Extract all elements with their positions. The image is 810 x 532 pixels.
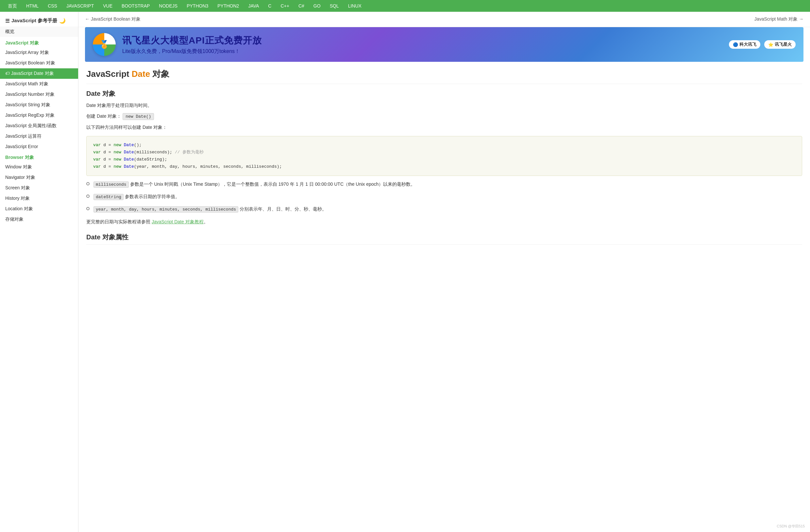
param-code: year, month, day, hours, minutes, second… xyxy=(94,206,238,212)
bullet-item: dateString 参数表示日期的字符串值。 xyxy=(86,193,802,201)
watermark: CSDN @华田515 xyxy=(777,524,805,529)
topnav-item-css[interactable]: CSS xyxy=(43,0,62,12)
topnav-item-javascript[interactable]: JAVASCRIPT xyxy=(62,0,98,12)
date-tutorial-link[interactable]: JavaScript Date 对象教程 xyxy=(152,219,204,224)
banner-brands: 🔵 科大讯飞 ⭐ 讯飞星火 xyxy=(729,40,796,49)
topnav-item-c#[interactable]: C# xyxy=(294,0,309,12)
sidebar-item-javascript-number-对象[interactable]: JavaScript Number 对象 xyxy=(0,89,78,100)
sidebar-title: ☰ JavaScript 参考手册 🌙 xyxy=(0,15,78,27)
brand-chip-spark: ⭐ 讯飞星火 xyxy=(764,40,796,49)
topnav-item-sql[interactable]: SQL xyxy=(325,0,343,12)
sidebar-item-javascript-regexp-对象[interactable]: JavaScript RegExp 对象 xyxy=(0,110,78,120)
main-layout: ☰ JavaScript 参考手册 🌙 概览 JavaScript 对象 Jav… xyxy=(0,12,810,532)
code-block: var d = new Date(); var d = new Date(mil… xyxy=(86,136,802,176)
code-line-4: var d = new Date(year, month, day, hours… xyxy=(93,163,795,171)
desc2-prefix: 创建 Date 对象： xyxy=(86,113,121,119)
bullet-dot xyxy=(86,195,90,198)
new-date-inline-code: new Date() xyxy=(123,113,154,120)
sidebar-section-browser-label: Browser 对象 xyxy=(0,151,78,162)
content-area: JavaScript Date 对象 Date 对象 Date 对象用于处理日期… xyxy=(79,62,810,251)
list-icon: ☰ xyxy=(5,18,10,24)
bullet-dot xyxy=(86,207,90,210)
topnav-item-linux[interactable]: LINUX xyxy=(343,0,366,12)
topnav-item-html[interactable]: HTML xyxy=(21,0,43,12)
sidebar-title-text: JavaScript 参考手册 xyxy=(12,18,57,24)
sidebar-item-javascript-math-对象[interactable]: JavaScript Math 对象 xyxy=(0,79,78,89)
page-title: JavaScript Date 对象 xyxy=(86,68,802,84)
page-nav-bar: ← JavaScript Boolean 对象 JavaScript Math … xyxy=(79,12,810,27)
desc1: Date 对象用于处理日期与时间。 xyxy=(86,101,802,110)
next-page-link[interactable]: JavaScript Math 对象 → xyxy=(755,16,804,22)
topnav-item-nodejs[interactable]: NODEJS xyxy=(154,0,182,12)
sidebar-item-location-对象[interactable]: Location 对象 xyxy=(0,204,78,214)
top-nav: 首页HTMLCSSJAVASCRIPTVUEBOOTSTRAPNODEJSPYT… xyxy=(0,0,810,12)
section2-title: Date 对象属性 xyxy=(86,233,802,245)
sidebar-item-window-对象[interactable]: Window 对象 xyxy=(0,162,78,172)
prev-page-link[interactable]: ← JavaScript Boolean 对象 xyxy=(85,16,141,22)
sidebar-item-history-对象[interactable]: History 对象 xyxy=(0,193,78,204)
sidebar-item-javascript-date-对象[interactable]: JavaScript Date 对象 xyxy=(0,68,78,79)
topnav-item-vue[interactable]: VUE xyxy=(98,0,117,12)
ifly-logo-icon: 🔵 xyxy=(733,42,738,47)
param-code: milliseconds xyxy=(94,181,129,188)
topnav-item-go[interactable]: GO xyxy=(309,0,325,12)
topnav-item-c++[interactable]: C++ xyxy=(276,0,293,12)
topnav-item-java[interactable]: JAVA xyxy=(244,0,263,12)
sidebar-item-存储对象[interactable]: 存储对象 xyxy=(0,214,78,225)
sidebar-item-screen-对象[interactable]: Screen 对象 xyxy=(0,183,78,193)
bullet-item: milliseconds 参数是一个 Unix 时间戳（Unix Time St… xyxy=(86,180,802,188)
page-title-part1: JavaScript xyxy=(86,69,132,79)
sidebar-item-javascript-array-对象[interactable]: JavaScript Array 对象 xyxy=(0,47,78,58)
desc3: 以下四种方法同样可以创建 Date 对象： xyxy=(86,123,802,131)
link-prefix: 更完整的日期与实际教程请参照 xyxy=(86,219,152,224)
page-title-highlight: Date xyxy=(132,69,150,79)
link-para: 更完整的日期与实际教程请参照 JavaScript Date 对象教程。 xyxy=(86,218,802,226)
link-suffix: 。 xyxy=(204,219,208,224)
sidebar-section-js-label: JavaScript 对象 xyxy=(0,37,78,47)
sidebar-js-items: JavaScript Array 对象JavaScript Boolean 对象… xyxy=(0,47,78,151)
sidebar-item-javascript-boolean-对象[interactable]: JavaScript Boolean 对象 xyxy=(0,58,78,68)
sidebar-item-javascript-error[interactable]: JavaScript Error xyxy=(0,142,78,151)
page-title-part2: 对象 xyxy=(150,69,169,79)
desc2: 创建 Date 对象： new Date() xyxy=(86,112,802,120)
code-line-2: var d = new Date(milliseconds); // 参数为毫秒 xyxy=(93,149,795,156)
banner-text: 讯飞星火大模型API正式免费开放 Lite版永久免费，Pro/Max版免费领10… xyxy=(122,34,723,55)
banner[interactable]: 🏅 讯飞星火大模型API正式免费开放 Lite版永久免费，Pro/Max版免费领… xyxy=(85,27,804,62)
section1-title: Date 对象 xyxy=(86,89,802,98)
bullet-item: year, month, day, hours, minutes, second… xyxy=(86,205,802,213)
banner-subtitle: Lite版永久免费，Pro/Max版免费领1000万tokens！ xyxy=(122,48,723,55)
brand-chip-ifly: 🔵 科大讯飞 xyxy=(729,40,760,49)
topnav-item-python2[interactable]: PYTHON2 xyxy=(213,0,244,12)
sidebar-item-javascript-运算符[interactable]: JavaScript 运算符 xyxy=(0,131,78,142)
banner-logo-icon: 🏅 xyxy=(99,40,109,49)
banner-title: 讯飞星火大模型API正式免费开放 xyxy=(122,34,723,47)
spark-logo-icon: ⭐ xyxy=(768,42,773,47)
topnav-item-c[interactable]: C xyxy=(263,0,276,12)
sidebar-browser-items: Window 对象Navigator 对象Screen 对象History 对象… xyxy=(0,162,78,225)
sidebar-item-javascript-全局属性/函数[interactable]: JavaScript 全局属性/函数 xyxy=(0,120,78,131)
main-content: ← JavaScript Boolean 对象 JavaScript Math … xyxy=(79,12,810,532)
sidebar: ☰ JavaScript 参考手册 🌙 概览 JavaScript 对象 Jav… xyxy=(0,12,79,532)
moon-icon: 🌙 xyxy=(59,18,66,24)
bullet-dot xyxy=(86,182,90,186)
sidebar-item-navigator-对象[interactable]: Navigator 对象 xyxy=(0,172,78,183)
brand2-text: 讯飞星火 xyxy=(775,42,792,47)
topnav-item-bootstrap[interactable]: BOOTSTRAP xyxy=(117,0,154,12)
bullet-list: milliseconds 参数是一个 Unix 时间戳（Unix Time St… xyxy=(86,180,802,213)
code-line-1: var d = new Date(); xyxy=(93,142,795,149)
topnav-item-python3[interactable]: PYTHON3 xyxy=(182,0,213,12)
brand1-text: 科大讯飞 xyxy=(740,42,756,47)
code-line-3: var d = new Date(dateString); xyxy=(93,156,795,163)
banner-logo: 🏅 xyxy=(93,33,116,56)
param-code: dateString xyxy=(94,194,124,200)
sidebar-item-javascript-string-对象[interactable]: JavaScript String 对象 xyxy=(0,100,78,110)
sidebar-overview[interactable]: 概览 xyxy=(0,27,78,37)
topnav-item-首页[interactable]: 首页 xyxy=(3,0,21,12)
